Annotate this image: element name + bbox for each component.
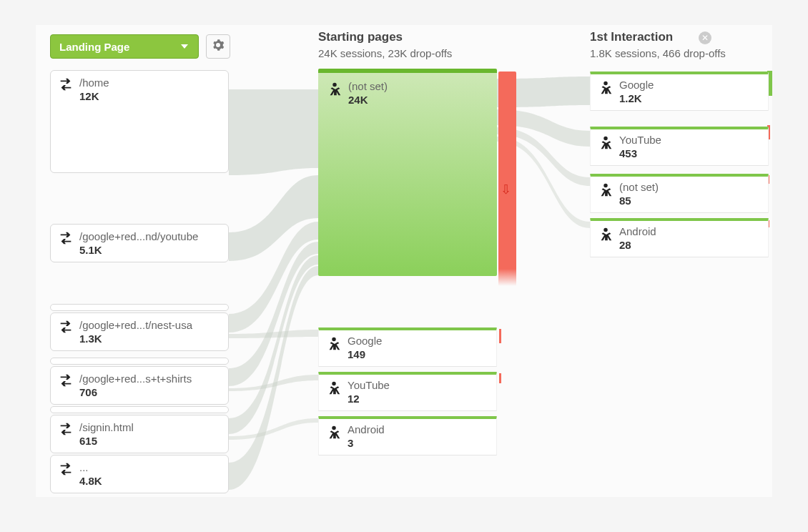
landing-card-label: /google+red...t/nest-usa — [79, 319, 192, 331]
first-interaction-node[interactable]: (not set) 85 — [590, 174, 769, 213]
chevron-down-icon — [181, 44, 188, 49]
node-value: 85 — [619, 194, 659, 207]
node-value: 12 — [348, 393, 390, 405]
landing-page-card[interactable]: /signin.html 615 — [50, 415, 229, 453]
first-interaction-subtitle: 1.8K sessions, 466 drop-offs — [590, 47, 726, 59]
starting-pages-title: Starting pages — [318, 30, 452, 44]
landing-page-card[interactable]: ... 4.8K — [50, 455, 229, 493]
person-flow-icon — [326, 379, 342, 399]
svg-rect-5 — [499, 373, 501, 383]
node-value: 3 — [348, 437, 385, 449]
person-flow-icon — [598, 225, 614, 245]
transfer-icon — [58, 421, 74, 440]
node-label: YouTube — [619, 134, 661, 146]
landing-card-label: /google+red...s+t+shirts — [79, 373, 192, 385]
transfer-icon — [58, 319, 74, 338]
transfer-icon — [58, 373, 74, 391]
gear-icon — [212, 39, 225, 54]
person-flow-icon — [326, 423, 342, 443]
close-stage-button[interactable]: ✕ — [699, 31, 711, 44]
node-value: 28 — [619, 239, 656, 251]
node-value: 149 — [348, 348, 382, 360]
starting-node-secondary[interactable]: YouTube 12 — [318, 372, 497, 411]
first-interaction-node[interactable]: YouTube 453 — [590, 127, 769, 166]
landing-card-value: 615 — [79, 435, 134, 447]
landing-card-label: /google+red...nd/youtube — [79, 230, 198, 242]
node-value: 453 — [619, 147, 661, 159]
landing-card-value: 706 — [79, 386, 192, 398]
node-label: Google — [619, 79, 654, 91]
starting-node-secondary[interactable]: Google 149 — [318, 327, 497, 367]
dropoff-bar — [498, 72, 516, 286]
overflow-bar — [50, 358, 229, 365]
person-flow-icon — [598, 181, 614, 201]
node-value: 24K — [348, 94, 388, 106]
starting-pages-header: Starting pages 24K sessions, 23K drop-of… — [318, 30, 452, 59]
node-label: YouTube — [348, 379, 390, 391]
dimension-dropdown[interactable]: Landing Page — [50, 34, 199, 59]
overflow-bar — [50, 406, 229, 413]
landing-card-value: 5.1K — [79, 244, 198, 256]
landing-card-value: 4.8K — [79, 475, 102, 487]
svg-rect-4 — [499, 329, 501, 343]
transfer-icon — [58, 230, 74, 249]
landing-card-label: /home — [79, 77, 109, 89]
person-flow-icon — [326, 335, 342, 355]
overflow-bar — [50, 304, 229, 311]
person-flow-icon — [327, 80, 343, 100]
person-flow-icon — [598, 134, 614, 154]
dropoff-arrow-icon: ⇩ — [501, 182, 511, 197]
landing-page-card[interactable]: /home 12K — [50, 70, 229, 173]
landing-page-card[interactable]: /google+red...s+t+shirts 706 — [50, 366, 229, 405]
landing-card-value: 1.3K — [79, 332, 192, 345]
node-label: Android — [348, 423, 385, 435]
first-interaction-node[interactable]: Android 28 — [590, 218, 769, 257]
starting-node-secondary[interactable]: Android 3 — [318, 416, 497, 455]
starting-pages-subtitle: 24K sessions, 23K drop-offs — [318, 47, 452, 59]
landing-card-value: 12K — [79, 90, 109, 102]
landing-card-label: ... — [79, 461, 102, 473]
node-label: (not set) — [348, 80, 388, 92]
node-label: Google — [348, 335, 382, 347]
node-label: (not set) — [619, 181, 659, 193]
node-value: 1.2K — [619, 92, 654, 104]
transfer-icon — [58, 461, 74, 480]
starting-node-main[interactable]: (not set) 24K — [318, 69, 497, 276]
close-icon: ✕ — [701, 33, 709, 43]
landing-card-label: /signin.html — [79, 421, 134, 433]
settings-button[interactable] — [206, 34, 230, 59]
dimension-label: Landing Page — [59, 41, 129, 53]
first-interaction-node[interactable]: Google 1.2K — [590, 72, 769, 111]
node-label: Android — [619, 225, 656, 237]
landing-page-card[interactable]: /google+red...t/nest-usa 1.3K — [50, 312, 229, 351]
transfer-icon — [58, 77, 74, 95]
landing-page-card[interactable]: /google+red...nd/youtube 5.1K — [50, 224, 229, 262]
person-flow-icon — [598, 79, 614, 99]
